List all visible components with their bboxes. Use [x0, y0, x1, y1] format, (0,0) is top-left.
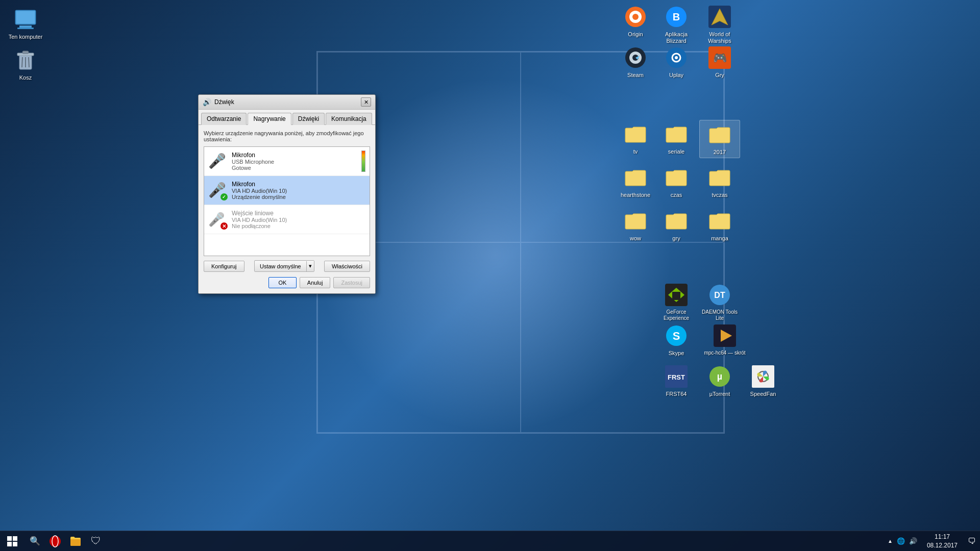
origin-icon	[623, 5, 648, 29]
apply-button[interactable]: Zastosuj	[333, 277, 370, 288]
czas-folder-icon	[664, 165, 689, 190]
recycle-bin-label: Kosz	[19, 74, 32, 81]
clock-date: 08.12.2017	[927, 541, 958, 550]
desktop-icon-hearthstone[interactable]: hearthstone	[615, 163, 656, 201]
speedfan-label: SpeedFan	[750, 391, 776, 397]
tvczas-folder-icon	[707, 165, 732, 190]
device-name-via: Mikrofon	[232, 181, 365, 188]
desktop-icon-wow[interactable]: wow	[615, 207, 656, 244]
warships-label: World of Warships	[701, 31, 738, 44]
desktop-icon-gry[interactable]: 🎮 Gry	[699, 43, 740, 81]
device-level-bar	[361, 151, 365, 172]
skype-label: Skype	[669, 350, 684, 357]
opera-taskbar-icon[interactable]	[45, 531, 65, 552]
desktop-icon-daemon[interactable]: DT DAEMON Tools Lite	[699, 281, 740, 323]
desktop-icon-world-of-warships[interactable]: World of Warships	[699, 3, 740, 46]
blizzard-icon: B	[664, 5, 689, 29]
desktop-icon-geforce[interactable]: GeForce Experience	[656, 281, 697, 323]
desktop-icon-mpc[interactable]: mpc-hc64 — skrót	[699, 321, 750, 358]
speedfan-icon	[751, 364, 775, 389]
set-default-dropdown[interactable]: ▾	[307, 261, 314, 271]
configure-button[interactable]: Konfiguruj	[204, 261, 244, 272]
set-default-button[interactable]: Ustaw domyślne	[255, 261, 307, 271]
desktop-icons-area: Ten komputer Kosz	[0, 0, 980, 531]
folder-2017-icon	[707, 122, 732, 147]
tab-komunikacja[interactable]: Komunikacja	[326, 113, 372, 125]
svg-text:µ: µ	[717, 371, 722, 382]
mpc-icon	[713, 323, 737, 348]
desktop-icon-uplay[interactable]: Uplay	[656, 43, 697, 81]
svg-text:B: B	[673, 11, 680, 22]
seriale-folder-label: seriale	[668, 148, 684, 155]
desktop-icon-tv[interactable]: tv	[615, 120, 656, 157]
czas-folder-label: czas	[671, 192, 682, 198]
ok-button[interactable]: OK	[268, 277, 297, 288]
device-info-usb: Mikrofon USB Microphone Gotowe	[232, 152, 359, 171]
frst64-icon: FRST	[664, 364, 689, 389]
device-item-line-in[interactable]: 🎤 ✕ Wejście liniowe VIA HD Audio(Win 10)…	[204, 205, 370, 234]
search-button[interactable]: 🔍	[24, 531, 45, 552]
gry2-folder-icon	[664, 209, 689, 233]
device-sub-linein: VIA HD Audio(Win 10)	[232, 217, 365, 223]
tab-odtwarzanie[interactable]: Odtwarzanie	[201, 113, 247, 125]
notification-center-button[interactable]: 🗨	[964, 531, 980, 552]
desktop-icon-blizzard[interactable]: B Aplikacja Blizzard	[656, 3, 697, 46]
dialog-bottom-buttons: OK Anuluj Zastosuj	[199, 277, 375, 293]
properties-button[interactable]: Właściwości	[324, 261, 370, 272]
desktop-icon-frst64[interactable]: FRST FRST64	[656, 362, 697, 399]
desktop-icon-2017[interactable]: 2017	[699, 120, 740, 158]
desktop-icon-utorrent[interactable]: µ µTorrent	[699, 362, 740, 399]
disconnected-badge-red: ✕	[220, 222, 228, 230]
taskbar: 🔍 🛡 ▲ 🌐 🔊 11:17	[0, 531, 980, 551]
desktop-icon-tvczas[interactable]: tvczas	[699, 163, 740, 201]
svg-rect-3	[17, 28, 34, 29]
tray-expand-arrow[interactable]: ▲	[886, 531, 894, 552]
hearthstone-folder-icon	[623, 165, 648, 190]
device-item-mikrofon-via[interactable]: 🎤 ✓ Mikrofon VIA HD Audio(Win 10) Urządz…	[204, 176, 370, 205]
desktop: Ten komputer Kosz	[0, 0, 980, 551]
tvczas-folder-label: tvczas	[712, 192, 727, 198]
tab-nagrywanie[interactable]: Nagrywanie	[248, 113, 291, 125]
desktop-icon-skype[interactable]: S Skype	[656, 321, 697, 359]
desktop-icon-origin[interactable]: Origin	[615, 3, 656, 40]
svg-text:🎮: 🎮	[713, 51, 727, 65]
desktop-icon-manga[interactable]: manga	[699, 207, 740, 244]
device-item-mikrofon-usb[interactable]: 🎤 Mikrofon USB Microphone Gotowe	[204, 147, 370, 176]
geforce-icon	[664, 283, 689, 307]
device-info-linein: Wejście liniowe VIA HD Audio(Win 10) Nie…	[232, 210, 365, 229]
folder-2017-label: 2017	[714, 149, 726, 156]
svg-rect-6	[22, 51, 29, 54]
utorrent-icon: µ	[707, 364, 732, 389]
explorer-taskbar-icon[interactable]	[65, 531, 86, 552]
dialog-close-button[interactable]: ✕	[361, 97, 371, 107]
tab-dzwieki[interactable]: Dźwięki	[292, 113, 325, 125]
svg-text:S: S	[673, 330, 680, 342]
svg-line-9	[29, 57, 29, 67]
manga-folder-icon	[707, 209, 732, 233]
computer-label: Ten komputer	[9, 34, 43, 40]
tray-network-icon[interactable]: 🌐	[895, 531, 906, 552]
daemon-label: DAEMON Tools Lite	[701, 309, 738, 321]
wow-folder-icon	[623, 209, 648, 233]
taskbar-clock[interactable]: 11:17 08.12.2017	[921, 531, 964, 552]
defender-taskbar-icon[interactable]: 🛡	[86, 531, 106, 552]
wow-folder-label: wow	[630, 235, 641, 242]
desktop-icon-speedfan[interactable]: SpeedFan	[743, 362, 783, 399]
desktop-icon-my-computer[interactable]: Ten komputer	[5, 5, 46, 42]
uplay-label: Uplay	[669, 72, 683, 79]
uplay-icon	[664, 45, 689, 70]
desktop-icon-recycle-bin[interactable]: Kosz	[5, 46, 46, 83]
desktop-icon-czas[interactable]: czas	[656, 163, 697, 201]
desktop-icon-seriale[interactable]: seriale	[656, 120, 697, 157]
desktop-icon-gry2[interactable]: gry	[656, 207, 697, 244]
start-button[interactable]	[0, 531, 24, 552]
cancel-button[interactable]: Anuluj	[300, 277, 331, 288]
seriale-folder-icon	[664, 122, 689, 146]
tv-folder-label: tv	[633, 148, 638, 155]
svg-point-22	[675, 56, 678, 59]
geforce-label: GeForce Experience	[658, 309, 695, 321]
tray-volume-icon[interactable]: 🔊	[908, 531, 919, 552]
desktop-icon-steam[interactable]: Steam	[615, 43, 656, 81]
skype-icon: S	[664, 323, 689, 348]
clock-time: 11:17	[935, 533, 950, 541]
